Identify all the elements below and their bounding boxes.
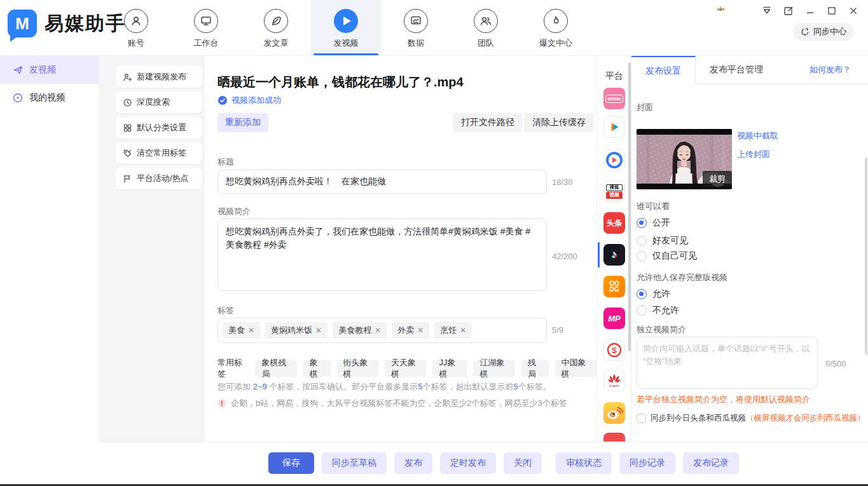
publish-button[interactable]: 发布 [394,452,432,474]
sidebar-item-publish-video[interactable]: 发视频 [0,56,99,84]
common-tags-label: 常用标签 [217,357,246,380]
feedback-edit-icon[interactable] [783,5,794,17]
nav-workbench[interactable]: 工作台 [171,0,241,55]
boss-key-icon[interactable] [761,5,773,17]
platform-toutiao-icon[interactable]: 头条 [603,212,625,234]
close-icon[interactable] [848,5,859,17]
tag-pill[interactable]: 烹饪✕ [434,322,472,339]
new-video-publish-button[interactable]: 新建视频发布 [116,66,202,88]
primary-actions-group: 保存 同步至草稿 发布 定时发布 关闭 [268,452,542,474]
title-input[interactable] [217,170,547,194]
common-tags-row: 常用标签 象棋残局 象棋 街头象棋 天天象棋 JJ象棋 江湖象棋 残局 中国象棋 [217,357,596,380]
publish-records-button[interactable]: 发布记录 [683,452,739,474]
radio-icon[interactable] [637,236,647,246]
flame-icon [544,9,568,33]
cover-thumbnail[interactable]: 裁剪 [637,129,732,189]
radio-checked-icon[interactable] [637,218,647,228]
nav-publish-video[interactable]: 发视频 [311,0,381,55]
checkbox-icon[interactable] [637,414,646,423]
remove-tag-icon[interactable]: ✕ [417,326,424,335]
common-tag[interactable]: 中国象棋 [555,360,596,377]
platform-tencent-video-icon[interactable] [603,116,625,138]
window-controls [761,5,859,17]
vip-crown-icon[interactable] [715,3,726,13]
open-file-path-button[interactable]: 打开文件路径 [453,113,523,132]
platform-weibo-icon[interactable] [603,402,625,424]
nav-hot-center[interactable]: 爆文中心 [521,0,591,55]
settings-panel-scrollbar[interactable] [865,158,867,354]
sync-to-draft-button[interactable]: 同步至草稿 [322,452,387,474]
nav-data[interactable]: 数据 [381,0,451,55]
description-textarea[interactable]: 想吃黄焖鸡别再点外卖了，我们在家也能做，方法很简单#黄焖鸡米饭 #美食 #美食教… [217,219,547,291]
visibility-option-private[interactable]: 仅自己可见 [637,250,697,262]
platform-haokan-video-icon[interactable] [603,149,625,171]
common-tag[interactable]: 街头象棋 [337,360,378,377]
review-status-button[interactable]: 审核状态 [556,452,612,474]
common-tag[interactable]: 残局 [521,360,549,377]
remove-tag-icon[interactable]: ✕ [460,326,466,335]
clear-common-tags-button[interactable]: 清空常用标签 [116,142,202,164]
radio-icon[interactable] [637,306,647,316]
visibility-option-public[interactable]: 公开 [637,217,670,229]
tag-pill[interactable]: 美食教程✕ [333,322,387,339]
independent-desc-counter: 0/500 [825,359,846,368]
how-to-publish-link[interactable]: 如何发布？ [809,56,851,84]
common-tag[interactable]: 江湖象棋 [473,360,514,377]
team-icon [474,9,498,33]
common-tag[interactable]: 象棋残局 [255,360,296,377]
nav-publish-article[interactable]: 发文章 [241,0,311,55]
tag-pill[interactable]: 外卖✕ [392,322,429,339]
tag-pill[interactable]: 黄焖鸡米饭✕ [265,322,327,339]
allow-save-option-deny[interactable]: 不允许 [637,305,679,316]
visibility-label: 谁可以看 [637,201,670,212]
tab-publish-settings[interactable]: 发布设置 [631,56,696,84]
visibility-option-friends[interactable]: 好友可见 [637,235,688,246]
bottom-action-bar: 保存 同步至草稿 发布 定时发布 关闭 审核状态 同步记录 发布记录 [99,442,868,483]
platform-partial-icon[interactable] [603,433,625,442]
sync-center-button[interactable]: 同步中心 [793,23,854,41]
tags-input[interactable]: 美食✕ 黄焖鸡米饭✕ 美食教程✕ 外卖✕ 烹饪✕ [217,318,547,343]
upload-cover-link[interactable]: 上传封面 [737,149,770,160]
upload-status: 视频添加成功 [217,95,281,106]
save-button[interactable]: 保存 [268,452,314,474]
deep-search-button[interactable]: 深度搜索 [116,91,202,113]
common-tag[interactable]: 天天象棋 [385,360,426,377]
capture-from-video-link[interactable]: 视频中截取 [737,130,778,142]
platform-dafeng-mp-icon[interactable]: MP [603,307,625,329]
category-grid-icon [123,123,132,133]
exclamation-icon [217,399,226,408]
nav-team[interactable]: 团队 [451,0,521,55]
sidebar-item-my-videos[interactable]: 我的视频 [0,84,99,112]
platform-kuaishou-icon[interactable]: OO DG [603,276,625,297]
close-button[interactable]: 关闭 [504,452,542,474]
platform-sogou-icon[interactable]: S [603,339,625,361]
scheduled-publish-button[interactable]: 定时发布 [440,452,496,474]
common-tag[interactable]: JJ象棋 [432,360,467,377]
platform-sohu-video-icon[interactable]: 搜狐 视频 [603,180,625,202]
radio-checked-icon[interactable] [637,289,647,299]
allow-save-option-allow[interactable]: 允许 [637,288,670,300]
platform-douyin-icon[interactable]: ♪ [603,244,625,266]
remove-tag-icon[interactable]: ✕ [375,326,381,335]
minimize-icon[interactable] [804,5,816,17]
tab-platform-management[interactable]: 发布平台管理 [696,56,777,84]
nav-account[interactable]: 账号 [101,0,171,55]
remove-tag-icon[interactable]: ✕ [315,326,322,335]
description-counter: 42/200 [552,252,577,261]
maximize-icon[interactable] [826,5,837,17]
platform-bilibili-icon[interactable]: bilibili [603,88,625,109]
platform-activity-button[interactable]: 平台活动/热点 [116,168,202,189]
platform-huawei-icon[interactable]: HUAWEI [603,370,625,391]
sync-records-button[interactable]: 同步记录 [619,452,675,474]
readd-video-button[interactable]: 重新添加 [217,113,268,132]
independent-desc-textarea[interactable] [637,337,818,389]
success-check-icon [217,95,228,105]
radio-icon[interactable] [637,251,647,261]
tag-pill[interactable]: 美食✕ [223,322,260,339]
remove-tag-icon[interactable]: ✕ [248,326,254,335]
sync-toutiao-checkbox-row[interactable]: 同步到今日头条和西瓜视频（横屏视频才会同步到西瓜视频） [637,413,865,424]
default-category-button[interactable]: 默认分类设置 [116,117,202,138]
crop-cover-button[interactable]: 裁剪 [703,171,732,187]
common-tag[interactable]: 象棋 [303,360,331,377]
clear-upload-cache-button[interactable]: 清除上传缓存 [524,113,594,132]
